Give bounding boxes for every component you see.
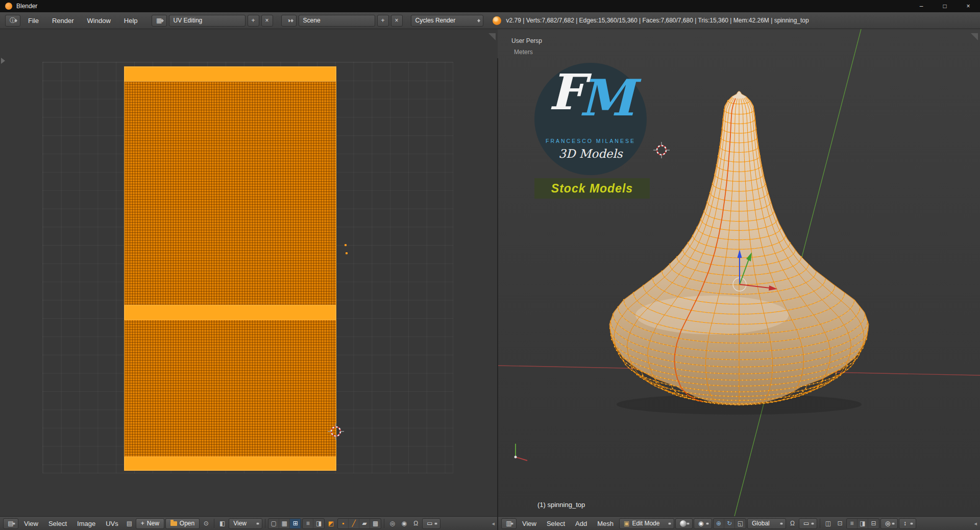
misc-a-icon[interactable]: ≡ [847, 519, 857, 528]
watermark-banner: Stock Models [534, 178, 650, 199]
mini-axis-gizmo [514, 444, 528, 461]
editor-type-info-button[interactable]: ⓘ [5, 15, 20, 27]
uv-select-mode-group: ▪ ╱ ▰ ▩ [337, 518, 381, 529]
menu-window[interactable]: Window [82, 17, 116, 25]
screen-layout-browse-button[interactable]: ▦ [152, 15, 167, 27]
new-image-label: New [147, 520, 159, 527]
v3d-menu-add[interactable]: Add [571, 520, 592, 527]
spinning-top-mesh[interactable] [609, 91, 869, 405]
uv-vertex-select-icon[interactable]: ▪ [338, 519, 349, 528]
pin-icon[interactable]: ⊙ [201, 518, 211, 529]
scene-delete-button[interactable]: × [391, 15, 403, 27]
snap-element-icon: ▭ [427, 520, 432, 527]
paint-mask-icon[interactable]: ⊞ [290, 519, 301, 528]
screen-layout-add-button[interactable]: + [248, 15, 259, 27]
uv-island-select-icon[interactable]: ▩ [370, 519, 381, 528]
proportional-edit-icon: ◎ [885, 520, 890, 527]
minimize-button[interactable]: – [910, 0, 933, 12]
falloff-icon: ↕ [903, 520, 906, 527]
uv-island-mesh[interactable] [125, 67, 336, 470]
screen-layout-delete-button[interactable]: × [261, 15, 273, 27]
draw-grid-icon[interactable]: ▦ [279, 519, 290, 528]
editor-type-image-button[interactable]: ▤ [3, 518, 18, 529]
blender-logo-icon [493, 16, 501, 25]
open-image-button[interactable]: Open [165, 518, 200, 529]
pivot-point-icon[interactable]: ◉ [399, 518, 409, 529]
uv-selected-band-bottom [125, 456, 336, 470]
editor-type-3d-button[interactable]: ▥ [501, 518, 517, 529]
window-controls: – □ × [910, 0, 980, 12]
v3d-menu-view[interactable]: View [518, 520, 541, 527]
snap-element-select[interactable]: ▭ [422, 518, 440, 529]
snap-magnet-icon[interactable]: Ω [410, 518, 421, 529]
uv-stray-vertex[interactable] [345, 244, 347, 246]
render-preview-icon[interactable]: ◫ [823, 518, 834, 529]
display-channel-select[interactable]: View [229, 518, 262, 529]
menu-render[interactable]: Render [46, 17, 80, 25]
scene-browse-icon: ◑ [287, 17, 290, 24]
interaction-mode-select[interactable]: ▣ Edit Mode [619, 518, 674, 529]
proportional-falloff-select[interactable]: ↕ [899, 518, 916, 529]
transform-orientation-select[interactable]: Global [747, 518, 786, 529]
uv-menu-uvs[interactable]: UVs [101, 520, 123, 527]
uv-face-select-icon[interactable]: ▰ [359, 519, 370, 528]
image-browse-icon[interactable]: ▤ [124, 518, 135, 529]
occlude-geometry-icon[interactable]: ⊡ [835, 518, 845, 529]
uv-menu-select[interactable]: Select [44, 520, 71, 527]
header-scroll-icon[interactable]: ◂ [492, 520, 495, 527]
uv-sync-select-icon[interactable]: ◩ [326, 518, 336, 529]
pane-resize-widget[interactable] [971, 33, 978, 40]
v3d-menu-select[interactable]: Select [542, 520, 570, 527]
render-engine-select[interactable]: Cycles Render [411, 15, 483, 27]
misc-b-icon[interactable]: ◨ [313, 519, 324, 528]
scene-statistics: v2.79 | Verts:7,682/7,682 | Edges:15,360… [506, 17, 809, 24]
misc-a-icon[interactable]: ≡ [303, 519, 313, 528]
scene-field[interactable]: Scene [299, 15, 375, 27]
region-expand-arrow[interactable] [1, 58, 8, 64]
info-icon: ⓘ [10, 16, 16, 25]
manipulator-translate-icon[interactable]: ⊕ [714, 519, 724, 528]
scene-add-button[interactable]: + [377, 15, 389, 27]
uv-menu-image[interactable]: Image [72, 520, 100, 527]
pivot-point-select[interactable]: ◉ [694, 518, 712, 529]
snap-element-icon: ▭ [803, 520, 809, 527]
main-area: User Persp Meters F M FRANCESCO MILANESE… [0, 29, 980, 516]
render-engine-value: Cycles Render [415, 17, 456, 24]
pane-splitter[interactable] [497, 58, 498, 530]
proportional-edit-select[interactable]: ◎ [880, 518, 898, 529]
watermark-logo: F M FRANCESCO MILANESE 3D Models [534, 63, 647, 175]
misc-c-icon[interactable]: ⊟ [868, 519, 879, 528]
viewport-shading-select[interactable] [675, 518, 693, 529]
menu-file[interactable]: File [22, 17, 44, 25]
uv-image-editor [0, 29, 498, 516]
window-title: Blender [16, 3, 37, 10]
uv-misc-group: ≡ ◨ [302, 518, 325, 529]
uv-stray-vertex[interactable] [346, 252, 348, 254]
screen-layout-field[interactable]: UV Editing [169, 15, 246, 27]
manipulator-scale-icon[interactable]: ◱ [735, 519, 746, 528]
proportional-edit-icon[interactable]: ◎ [387, 518, 398, 529]
header-scroll-icon[interactable]: ◂ [974, 520, 977, 527]
pivot-point-icon: ◉ [698, 520, 703, 527]
v3d-menu-mesh[interactable]: Mesh [593, 520, 618, 527]
open-image-label: Open [180, 520, 194, 527]
scene-browse-button[interactable]: ◑ [281, 15, 297, 27]
pane-resize-widget[interactable] [488, 33, 496, 40]
snap-element-select[interactable]: ▭ [799, 518, 817, 529]
manipulator-rotate-icon[interactable]: ↻ [724, 519, 735, 528]
close-button[interactable]: × [957, 0, 980, 12]
draw-repeat-icon[interactable]: ▢ [268, 519, 279, 528]
menu-help[interactable]: Help [118, 17, 143, 25]
snap-magnet-icon[interactable]: Ω [787, 518, 798, 529]
maximize-button[interactable]: □ [933, 0, 957, 12]
uv-draw-type-group: ▢ ▦ ⊞ [268, 518, 301, 529]
watermark-models: 3D Models [534, 147, 647, 160]
new-image-button[interactable]: + New [136, 518, 164, 529]
uv-edge-select-icon[interactable]: ╱ [349, 519, 359, 528]
display-channel-icon[interactable]: ◧ [217, 518, 228, 529]
uv-menu-view[interactable]: View [19, 520, 43, 527]
misc-b-icon[interactable]: ◨ [857, 519, 868, 528]
screen-layout-value: UV Editing [174, 17, 203, 24]
transform-orientation-value: Global [752, 520, 770, 527]
uv-selected-band-top [125, 67, 336, 82]
